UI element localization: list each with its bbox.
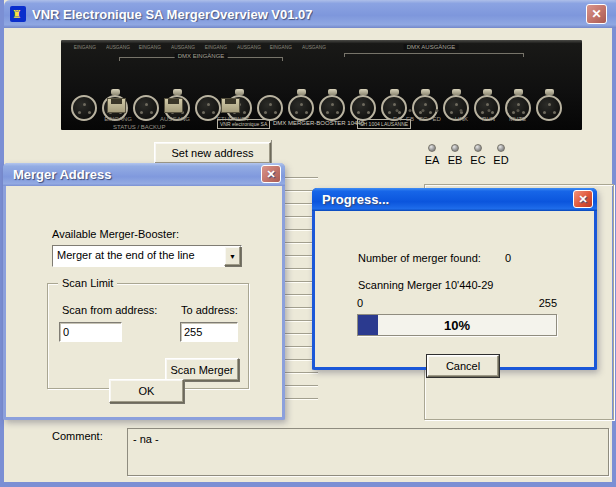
merger-found-row: Number of merger found: 0 — [358, 252, 511, 264]
progress-scale: 0 255 — [357, 297, 557, 309]
led-ec-icon — [474, 144, 482, 152]
dmx-out-bracket — [344, 53, 524, 57]
xlr-connector — [288, 95, 314, 121]
scan-from-label: Scan from address: — [62, 304, 157, 316]
scan-from-input[interactable] — [59, 322, 122, 342]
progress-percent-label: 10% — [358, 315, 556, 335]
comment-label: Comment: — [52, 430, 103, 442]
status-backup-label: STATUS / BACKUP — [113, 124, 165, 130]
close-icon[interactable]: ✕ — [573, 190, 593, 208]
progress-dialog: Progress... ✕ Number of merger found: 0 … — [312, 188, 597, 370]
progress-dialog-titlebar: Progress... ✕ — [312, 188, 597, 211]
scan-merger-button[interactable]: Scan Merger — [165, 358, 239, 381]
device-led-labels: EA EB EC ED LINK RUN MUTE — [393, 116, 526, 122]
scale-max: 255 — [539, 297, 557, 309]
app-icon — [10, 6, 26, 22]
cancel-button[interactable]: Cancel — [427, 355, 499, 377]
dmx-in-label: DMX EINGÄNGE — [175, 53, 228, 59]
main-titlebar: VNR Electronique SA MergerOverview V01.0… — [4, 0, 616, 28]
xlr-connector — [536, 95, 562, 121]
scan-limit-label: Scan Limit — [58, 277, 117, 289]
close-icon[interactable]: ✕ — [261, 165, 281, 183]
set-new-address-button[interactable]: Set new address — [154, 142, 271, 164]
progress-dialog-title: Progress... — [322, 192, 389, 207]
scanning-status-label: Scanning Merger 10'440-29 — [358, 279, 493, 291]
device-connector-labels: EINGANG AUSGANG EINGANG AUSGANG EINGANG … — [69, 44, 331, 50]
comment-box: - na - — [127, 428, 609, 476]
merger-dialog-titlebar: Merger Address ✕ — [3, 163, 285, 186]
rj45-eingang — [107, 98, 126, 113]
xlr-connector — [319, 95, 345, 121]
available-merger-label: Available Merger-Booster: — [52, 228, 179, 240]
merger-found-label: Number of merger found: — [358, 252, 481, 264]
merger-found-value: 0 — [505, 252, 511, 264]
model-label: DMX MERGER-BOOSTER 10440 — [273, 120, 364, 126]
device-photo: EINGANG AUSGANG EINGANG AUSGANG EINGANG … — [61, 40, 582, 130]
merger-combobox-value: Merger at the end of the line — [53, 246, 224, 266]
xlr-connector — [71, 95, 97, 121]
chevron-down-icon[interactable]: ▼ — [224, 246, 241, 266]
xlr-connector — [257, 95, 283, 121]
led-ea-icon — [428, 144, 436, 152]
xlr-connector — [133, 95, 159, 121]
progress-bar: 10% — [357, 314, 557, 336]
merger-combobox[interactable]: Merger at the end of the line ▼ — [52, 245, 242, 267]
merger-dialog-title: Merger Address — [13, 167, 112, 182]
xlr-connector — [350, 95, 376, 121]
scan-limit-group: Scan Limit Scan from address: To address… — [47, 283, 249, 389]
to-address-label: To address: — [181, 304, 238, 316]
brand-box: VNR electronique SA — [217, 119, 270, 129]
to-address-input[interactable] — [180, 322, 238, 342]
ok-button[interactable]: OK — [109, 379, 184, 403]
led-eb-icon — [451, 144, 459, 152]
window-title: VNR Electronique SA MergerOverview V01.0… — [32, 7, 313, 22]
scale-min: 0 — [357, 297, 363, 309]
status-led-cluster: EA EB EC ED — [424, 144, 509, 166]
rj45-ethernet — [221, 98, 240, 113]
led-ed-icon — [497, 144, 505, 152]
close-icon[interactable]: ✕ — [586, 4, 607, 24]
dmx-out-label: DMX AUSGÄNGE — [404, 44, 459, 50]
comment-value: - na - — [133, 433, 159, 445]
rj45-ausgang — [164, 98, 183, 113]
merger-address-dialog: Merger Address ✕ Available Merger-Booste… — [3, 163, 285, 420]
